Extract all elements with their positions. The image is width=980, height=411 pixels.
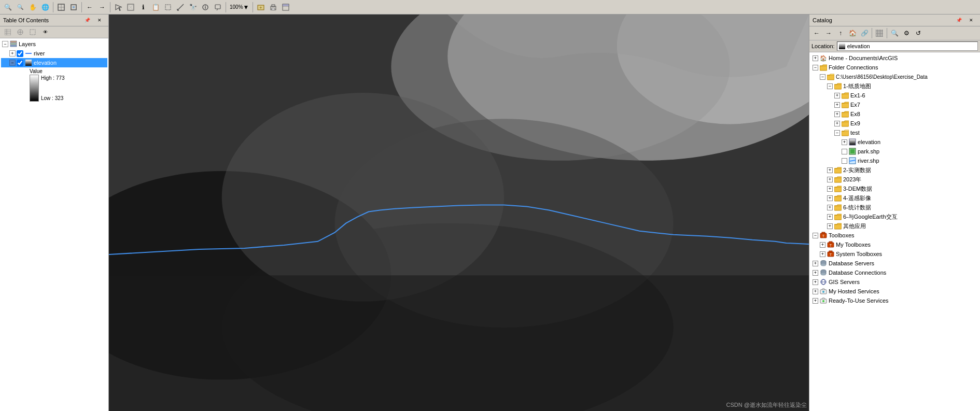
home-expand[interactable]: + — [813, 55, 818, 61]
back-button[interactable]: ← — [84, 2, 95, 13]
toc-vis-btn[interactable]: 👁 — [39, 27, 51, 37]
catalog-home-item[interactable]: + 🏠 Home - Documents\ArcGIS — [810, 53, 979, 63]
river-checkbox[interactable] — [17, 50, 23, 57]
database-servers-expand[interactable]: + — [813, 261, 818, 266]
database-connections-expand[interactable]: + — [813, 270, 818, 276]
catalog-ex9-item[interactable]: + Ex9 — [810, 119, 979, 128]
paper-map-expand[interactable]: − — [827, 83, 833, 89]
elevation-expand[interactable]: − — [9, 60, 16, 66]
zoom-extent-button[interactable] — [68, 2, 79, 13]
catalog-toolboxes-item[interactable]: − T Toolboxes — [810, 231, 979, 240]
catalog-year2023-item[interactable]: + 2023年 — [810, 175, 979, 184]
catalog-dem-item[interactable]: + 3-DEM数据 — [810, 184, 979, 193]
elevation-file-expand[interactable]: + — [842, 139, 847, 145]
catalog-my-toolboxes-item[interactable]: + T My Toolboxes — [810, 240, 979, 249]
catalog-back-btn[interactable]: ← — [811, 27, 822, 39]
google-earth-expand[interactable]: + — [827, 214, 833, 220]
catalog-elevation-file-item[interactable]: + elevation — [810, 137, 979, 147]
catalog-database-servers-item[interactable]: + Database Servers — [810, 259, 979, 268]
toc-pin-button[interactable]: 📌 — [81, 16, 93, 24]
map-area[interactable]: CSDN @逝水如流年轻往返染尘 — [109, 15, 809, 411]
exercise-data-expand[interactable]: − — [820, 74, 825, 80]
catalog-survey-data-item[interactable]: + 2-实测数据 — [810, 165, 979, 175]
catalog-search-btn[interactable]: 🔍 — [889, 27, 900, 39]
folder-connections-expand[interactable]: − — [813, 65, 818, 70]
toc-layers-item[interactable]: − Layers — [1, 39, 107, 49]
catalog-ex7-item[interactable]: + Ex7 — [810, 100, 979, 109]
layout-button[interactable] — [280, 2, 291, 13]
survey-data-expand[interactable]: + — [827, 167, 833, 173]
globe-button[interactable]: 🌐 — [39, 2, 51, 13]
catalog-test-item[interactable]: − test — [810, 128, 979, 137]
identify-button[interactable] — [200, 2, 211, 13]
catalog-pin-button[interactable]: 📌 — [953, 16, 964, 24]
catalog-exercise-data-item[interactable]: − C:\Users\86156\Desktop\Exercise_Data — [810, 72, 979, 81]
catalog-forward-btn[interactable]: → — [823, 27, 834, 39]
catalog-remote-sensing-item[interactable]: + 4-遥感影像 — [810, 193, 979, 203]
edit-button[interactable] — [125, 2, 136, 13]
ex7-expand[interactable]: + — [834, 102, 840, 108]
my-hosted-services-expand[interactable]: + — [813, 289, 818, 294]
zoom-100-button[interactable]: 100%▼ — [228, 2, 250, 13]
catalog-folder-connections-item[interactable]: − Folder Connections — [810, 63, 979, 72]
catalog-options-btn[interactable]: ⚙ — [901, 27, 912, 39]
info-button[interactable]: ℹ — [137, 2, 149, 13]
ex9-expand[interactable]: + — [834, 121, 840, 126]
clipboard-button[interactable]: 📋 — [150, 2, 161, 13]
catalog-up-btn[interactable]: ↑ — [835, 27, 846, 39]
test-expand[interactable]: − — [834, 130, 840, 136]
select-features-button[interactable] — [162, 2, 174, 13]
ex8-expand[interactable]: + — [834, 111, 840, 117]
catalog-stats-item[interactable]: + 6-统计数据 — [810, 203, 979, 212]
toc-list-btn[interactable] — [2, 27, 13, 37]
catalog-ready-to-use-item[interactable]: + Ready-To-Use Services — [810, 296, 979, 305]
ex1-6-expand[interactable]: + — [834, 93, 840, 98]
full-extent-button[interactable] — [55, 2, 67, 13]
forward-button[interactable]: → — [96, 2, 108, 13]
system-toolboxes-expand[interactable]: + — [820, 251, 825, 257]
remote-sensing-expand[interactable]: + — [827, 195, 833, 201]
catalog-refresh-btn[interactable]: ↺ — [913, 27, 924, 39]
dem-expand[interactable]: + — [827, 186, 833, 192]
location-input[interactable]: elevation — [837, 41, 978, 51]
catalog-close-button[interactable]: ✕ — [965, 16, 977, 24]
zoom-out-button[interactable]: 🔍 — [15, 2, 26, 13]
ready-to-use-expand[interactable]: + — [813, 298, 818, 304]
elevation-checkbox[interactable] — [17, 60, 23, 66]
other-apps-expand[interactable]: + — [827, 223, 833, 229]
print-button[interactable] — [268, 2, 279, 13]
catalog-paper-map-item[interactable]: − 1-纸质地图 — [810, 81, 979, 91]
catalog-system-toolboxes-item[interactable]: + T System Toolboxes — [810, 249, 979, 259]
catalog-park-shp-item[interactable]: park.shp — [810, 147, 979, 156]
catalog-river-shp-item[interactable]: river.shp — [810, 156, 979, 165]
map-tips-button[interactable] — [212, 2, 223, 13]
catalog-google-earth-item[interactable]: + 6-与GoogleEarth交互 — [810, 212, 979, 221]
pan-button[interactable]: ✋ — [27, 2, 38, 13]
year2023-expand[interactable]: + — [827, 177, 833, 182]
river-expand[interactable]: + — [9, 50, 16, 56]
catalog-grid-btn[interactable] — [874, 27, 885, 39]
catalog-gis-servers-item[interactable]: + GIS Servers — [810, 277, 979, 287]
select-button[interactable] — [113, 2, 124, 13]
gis-servers-expand[interactable]: + — [813, 279, 818, 285]
catalog-database-connections-item[interactable]: + Database Connections — [810, 268, 979, 277]
catalog-my-hosted-services-item[interactable]: + My Hosted Services — [810, 287, 979, 296]
toc-elevation-item[interactable]: − elevation — [1, 58, 107, 67]
my-toolboxes-expand[interactable]: + — [820, 242, 825, 248]
toc-river-item[interactable]: + river — [1, 49, 107, 58]
catalog-other-apps-item[interactable]: + 其他应用 — [810, 221, 979, 231]
toc-source-btn[interactable] — [15, 27, 26, 37]
add-data-button[interactable]: + — [255, 2, 267, 13]
toc-close-button[interactable]: ✕ — [94, 16, 105, 24]
measure-button[interactable] — [175, 2, 186, 13]
zoom-in-button[interactable]: 🔍 — [2, 2, 13, 13]
stats-expand[interactable]: + — [827, 205, 833, 210]
toc-sel-btn[interactable] — [27, 27, 38, 37]
catalog-ex8-item[interactable]: + Ex8 — [810, 109, 979, 119]
catalog-ex1-6-item[interactable]: + Ex1-6 — [810, 91, 979, 100]
catalog-connect-btn[interactable]: 🔗 — [859, 27, 870, 39]
catalog-home-btn[interactable]: 🏠 — [847, 27, 858, 39]
layers-expand[interactable]: − — [2, 41, 8, 47]
toolboxes-expand[interactable]: − — [813, 233, 818, 238]
find-button[interactable]: 🔭 — [187, 2, 199, 13]
